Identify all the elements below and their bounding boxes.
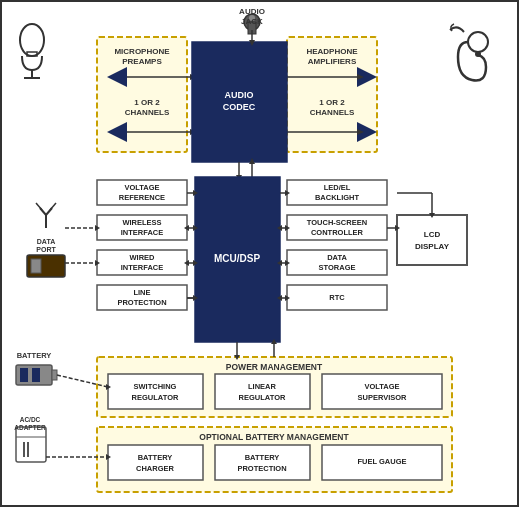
svg-rect-134 bbox=[16, 365, 52, 385]
svg-line-106 bbox=[46, 208, 52, 215]
diagram: MICROPHONE PREAMPS HEADPHONE AMPLIFIERS … bbox=[2, 2, 517, 505]
svg-rect-68 bbox=[287, 180, 387, 205]
svg-text:DATA: DATA bbox=[327, 253, 347, 262]
svg-text:STORAGE: STORAGE bbox=[319, 263, 356, 272]
svg-marker-67 bbox=[193, 295, 198, 301]
svg-marker-23 bbox=[190, 129, 197, 135]
svg-marker-78 bbox=[277, 225, 282, 231]
svg-rect-136 bbox=[20, 368, 28, 382]
svg-marker-110 bbox=[95, 225, 100, 231]
svg-text:WIRED: WIRED bbox=[130, 253, 156, 262]
svg-text:INTERFACE: INTERFACE bbox=[121, 228, 164, 237]
svg-rect-126 bbox=[108, 445, 203, 480]
svg-marker-89 bbox=[277, 295, 282, 301]
svg-text:RTC: RTC bbox=[329, 293, 345, 302]
svg-rect-129 bbox=[215, 445, 310, 480]
svg-marker-62 bbox=[184, 260, 189, 266]
svg-marker-28 bbox=[357, 122, 377, 142]
svg-marker-50 bbox=[193, 190, 198, 196]
svg-text:BATTERY: BATTERY bbox=[245, 453, 280, 462]
svg-text:CHANNELS: CHANNELS bbox=[125, 108, 170, 117]
svg-marker-123 bbox=[234, 355, 240, 360]
svg-rect-63 bbox=[97, 285, 187, 310]
svg-text:INTERFACE: INTERFACE bbox=[121, 263, 164, 272]
svg-text:JACK: JACK bbox=[241, 17, 263, 26]
svg-marker-140 bbox=[106, 384, 111, 390]
svg-text:MICROPHONE: MICROPHONE bbox=[114, 47, 170, 56]
svg-text:POWER MANAGEMENT: POWER MANAGEMENT bbox=[226, 362, 323, 372]
svg-rect-1 bbox=[27, 52, 37, 56]
svg-text:AC/DC: AC/DC bbox=[20, 416, 41, 423]
svg-marker-56 bbox=[184, 225, 189, 231]
svg-rect-79 bbox=[287, 250, 387, 275]
svg-marker-37 bbox=[249, 40, 255, 46]
svg-rect-25 bbox=[287, 92, 367, 122]
svg-marker-19 bbox=[107, 122, 127, 142]
svg-rect-73 bbox=[287, 215, 387, 240]
svg-marker-148 bbox=[106, 454, 111, 460]
svg-text:DATA: DATA bbox=[37, 238, 55, 245]
svg-rect-98 bbox=[27, 255, 65, 277]
svg-marker-21 bbox=[190, 74, 197, 80]
svg-text:VOLTAGE: VOLTAGE bbox=[364, 382, 399, 391]
svg-line-108 bbox=[50, 203, 56, 210]
svg-line-105 bbox=[40, 208, 46, 215]
svg-rect-90 bbox=[397, 215, 467, 265]
svg-text:FUEL GAUGE: FUEL GAUGE bbox=[357, 457, 406, 466]
svg-point-6 bbox=[244, 14, 260, 30]
svg-marker-15 bbox=[107, 67, 127, 87]
main-container: MICROPHONE PREAMPS HEADPHONE AMPLIFIERS … bbox=[0, 0, 519, 507]
svg-rect-124 bbox=[97, 427, 452, 492]
svg-marker-61 bbox=[193, 260, 198, 266]
svg-line-107 bbox=[36, 203, 42, 210]
svg-text:1 OR 2: 1 OR 2 bbox=[134, 98, 160, 107]
svg-point-5 bbox=[475, 51, 481, 57]
svg-text:PROTECTION: PROTECTION bbox=[237, 464, 286, 473]
svg-line-139 bbox=[57, 375, 108, 387]
svg-rect-44 bbox=[195, 177, 280, 342]
svg-text:PORT: PORT bbox=[36, 246, 56, 253]
svg-text:SUPERVISOR: SUPERVISOR bbox=[357, 393, 407, 402]
svg-rect-57 bbox=[97, 250, 187, 275]
svg-marker-24 bbox=[357, 67, 377, 87]
svg-marker-32 bbox=[357, 129, 364, 135]
svg-marker-103 bbox=[95, 260, 100, 266]
svg-text:AMPLIFIERS: AMPLIFIERS bbox=[308, 57, 357, 66]
svg-rect-113 bbox=[108, 374, 203, 409]
svg-text:1 OR 2: 1 OR 2 bbox=[319, 98, 345, 107]
svg-text:VOLTAGE: VOLTAGE bbox=[124, 183, 159, 192]
svg-point-4 bbox=[468, 32, 488, 52]
svg-text:BACKLIGHT: BACKLIGHT bbox=[315, 193, 360, 202]
svg-rect-51 bbox=[97, 215, 187, 240]
svg-text:ADAPTER: ADAPTER bbox=[14, 424, 46, 431]
svg-text:WIRELESS: WIRELESS bbox=[122, 218, 161, 227]
svg-text:REFERENCE: REFERENCE bbox=[119, 193, 165, 202]
svg-text:BATTERY: BATTERY bbox=[138, 453, 173, 462]
svg-text:PROTECTION: PROTECTION bbox=[117, 298, 166, 307]
svg-marker-150 bbox=[271, 339, 277, 344]
svg-point-0 bbox=[20, 24, 44, 56]
svg-rect-7 bbox=[248, 22, 256, 34]
svg-marker-43 bbox=[249, 158, 255, 164]
svg-rect-141 bbox=[16, 427, 46, 462]
svg-rect-111 bbox=[97, 357, 452, 417]
svg-rect-33 bbox=[192, 42, 287, 162]
svg-rect-10 bbox=[287, 37, 377, 152]
svg-marker-77 bbox=[285, 225, 290, 231]
svg-marker-41 bbox=[236, 175, 242, 181]
svg-text:MCU/DSP: MCU/DSP bbox=[214, 253, 260, 264]
svg-marker-94 bbox=[395, 225, 400, 231]
svg-rect-46 bbox=[97, 180, 187, 205]
svg-rect-85 bbox=[287, 285, 387, 310]
svg-text:CHARGER: CHARGER bbox=[136, 464, 175, 473]
svg-text:CHANNELS: CHANNELS bbox=[310, 108, 355, 117]
svg-rect-116 bbox=[215, 374, 310, 409]
connector-svg: MICROPHONE PREAMPS HEADPHONE AMPLIFIERS … bbox=[2, 2, 517, 505]
svg-text:PREAMPS: PREAMPS bbox=[122, 57, 162, 66]
svg-rect-99 bbox=[31, 259, 41, 273]
svg-text:AUDIO: AUDIO bbox=[225, 90, 254, 100]
svg-text:HEADPHONE: HEADPHONE bbox=[306, 47, 358, 56]
svg-point-8 bbox=[249, 15, 255, 21]
svg-text:SWITCHING: SWITCHING bbox=[134, 382, 177, 391]
svg-marker-84 bbox=[277, 260, 282, 266]
